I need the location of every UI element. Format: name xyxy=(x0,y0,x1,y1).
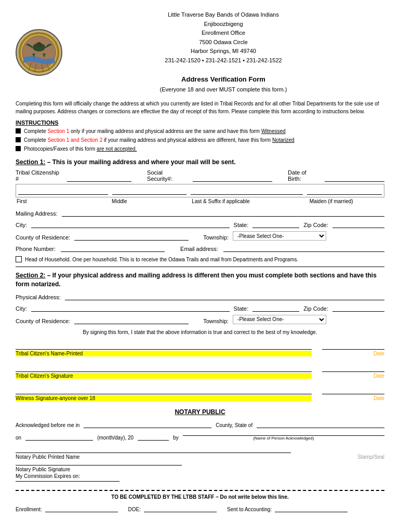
staff-title: TO BE COMPLETED BY THE LTBB STAFF – Do n… xyxy=(16,494,384,500)
acknowledged-label: Acknowledged before me in xyxy=(16,422,79,428)
signature-statement: By signing this form, I state that the a… xyxy=(16,329,384,335)
witness-date-line[interactable] xyxy=(322,386,384,394)
zip-field-s2[interactable] xyxy=(332,303,384,312)
household-checkbox[interactable] xyxy=(16,256,22,262)
county-field-s2[interactable] xyxy=(74,316,189,324)
physical-address-row: Physical Address: xyxy=(16,292,384,300)
maiden-field[interactable] xyxy=(307,187,382,195)
section1-subheading: – This is your mailing address and where… xyxy=(47,158,236,166)
name-box xyxy=(16,184,384,197)
last-suffix-field[interactable] xyxy=(191,187,303,195)
form-subtitle: (Everyone 18 and over MUST complete this… xyxy=(62,85,384,95)
household-row: Head of Household. One per household. Th… xyxy=(16,256,384,262)
enrollment-label: Enrollment: xyxy=(16,507,42,512)
zip-label-s1: Zip Code: xyxy=(303,222,328,228)
notarized-ref: Notarized xyxy=(272,137,295,143)
county-label-s1: County of Residence: xyxy=(16,234,70,241)
physical-address-label: Physical Address: xyxy=(16,294,61,300)
ssn-label: Social Security#: xyxy=(147,169,188,182)
doe-field: DOE: xyxy=(128,504,217,512)
commission-field[interactable] xyxy=(16,481,119,482)
citizen-name-date-line[interactable] xyxy=(322,341,384,350)
state-label-s1: State: xyxy=(234,222,249,228)
notary-sig-line[interactable] xyxy=(16,465,182,466)
middle-name-field[interactable] xyxy=(112,187,187,195)
physical-address-field[interactable] xyxy=(65,292,384,300)
notary-date-row: on (month/day), 20 by (Name of Person Ac… xyxy=(16,432,384,441)
notary-sig-block: Notary Public Signature My Commission Ex… xyxy=(16,465,182,482)
citizen-sig-date-line[interactable] xyxy=(322,364,384,372)
instruction-item-1: Complete Section 1 only if your mailing … xyxy=(16,128,384,135)
citizen-name-label: Tribal Citizen's Name-Printed xyxy=(16,351,312,356)
section1-2-ref: Section 1 and Section 2 xyxy=(48,137,103,143)
signature-block: Tribal Citizen's Name-Printed Date Triba… xyxy=(16,341,384,401)
org-logo xyxy=(16,29,62,76)
notary-sig-label: Notary Public Signature xyxy=(16,467,182,472)
month-day-label: (month/day), 20 xyxy=(97,435,134,441)
county-field-s1[interactable] xyxy=(74,232,189,241)
first-label: First xyxy=(16,198,106,204)
state-label-s2: State: xyxy=(234,305,249,312)
notary-printed-line[interactable] xyxy=(16,445,291,453)
email-field[interactable] xyxy=(223,244,384,252)
tribal-citizenship-label: Tribal Citizenship # xyxy=(16,169,62,182)
intro-text: Completing this form will officially cha… xyxy=(16,100,384,115)
ssn-field[interactable] xyxy=(193,174,272,182)
accounting-input[interactable] xyxy=(275,504,348,512)
org-address: 7500 Odawa Circle xyxy=(62,38,384,47)
bullet-1 xyxy=(16,128,21,134)
doe-input[interactable] xyxy=(144,504,217,512)
enrollment-field: Enrollment: xyxy=(16,504,118,512)
section1-title: Section 1: xyxy=(16,158,45,166)
dept-name: Enjiboozbigeng xyxy=(62,20,384,29)
notary-printed-left: Notary Public Printed Name xyxy=(16,445,291,460)
state-field-s2[interactable] xyxy=(252,303,299,312)
township-label-s1: Township: xyxy=(203,234,229,241)
staff-fields-row: Enrollment: DOE: Sent to Accounting: xyxy=(16,504,384,512)
phone-field[interactable] xyxy=(61,244,165,252)
header-org-info: Little Traverse Bay Bands of Odawa India… xyxy=(62,10,384,95)
enrollment-input[interactable] xyxy=(45,504,118,512)
citizen-sig-label: Tribal Citizen's Signature xyxy=(16,373,312,379)
county-state-field[interactable] xyxy=(257,420,384,428)
city-field-s2[interactable] xyxy=(31,303,230,312)
middle-label: Middle xyxy=(111,198,186,204)
notary-section: NOTARY PUBLIC Acknowledged before me in … xyxy=(16,408,384,482)
county-township-row-s2: County of Residence: Township: -Please S… xyxy=(16,315,384,324)
township-select-s2[interactable]: -Please Select One- xyxy=(233,315,326,324)
county-label-s2: County of Residence: xyxy=(16,318,70,324)
org-name: Little Traverse Bay Bands of Odawa India… xyxy=(62,10,384,20)
instruction-item-2: Complete Section 1 and Section 2 if your… xyxy=(16,137,384,144)
instruction-text-3: Photocopies/Faxes of this form are not a… xyxy=(24,145,137,153)
dob-field[interactable] xyxy=(325,174,384,182)
citizen-sig-date-label: Date xyxy=(322,373,384,379)
bullet-2 xyxy=(16,137,21,142)
city-field-s1[interactable] xyxy=(31,220,230,228)
township-select-s1[interactable]: -Please Select One- xyxy=(233,231,326,241)
tribal-citizenship-field[interactable] xyxy=(67,174,131,182)
state-field-s1[interactable] xyxy=(252,220,299,228)
zip-field-s1[interactable] xyxy=(332,220,384,228)
by-name-wrapper: (Name of Person Acknowledged) xyxy=(183,435,384,441)
year-field[interactable] xyxy=(138,432,169,441)
doe-label: DOE: xyxy=(128,507,141,512)
first-name-field[interactable] xyxy=(18,187,108,195)
page-header: Little Traverse Bay Bands of Odawa India… xyxy=(16,10,384,95)
org-phone: 231-242-1520 • 231-242-1521 • 231-242-15… xyxy=(62,56,384,65)
witness-sig-line[interactable] xyxy=(16,386,312,394)
acknowledged-field[interactable] xyxy=(84,420,211,428)
county-state-label: County, State of xyxy=(216,422,252,428)
notary-name-stamp-row: Notary Public Printed Name Stamp/Seal xyxy=(16,445,384,460)
citizen-name-date-right: Date xyxy=(322,341,384,356)
last-suffix-label: Last & Suffix if applicable xyxy=(191,198,304,204)
mailing-address-field[interactable] xyxy=(62,208,384,217)
notary-printed-label: Notary Public Printed Name xyxy=(16,454,291,460)
on-field[interactable] xyxy=(25,432,93,441)
commission-label: My Commission Expires on: xyxy=(16,473,182,479)
instructions-title: INSTRUCTIONS xyxy=(16,119,384,126)
svg-point-1 xyxy=(22,36,56,69)
citizen-name-line[interactable] xyxy=(16,341,312,350)
citizen-sig-line[interactable] xyxy=(16,364,312,372)
stamp-label: Stamp/Seal xyxy=(301,454,384,460)
office-name: Enrollment Office xyxy=(62,29,384,38)
